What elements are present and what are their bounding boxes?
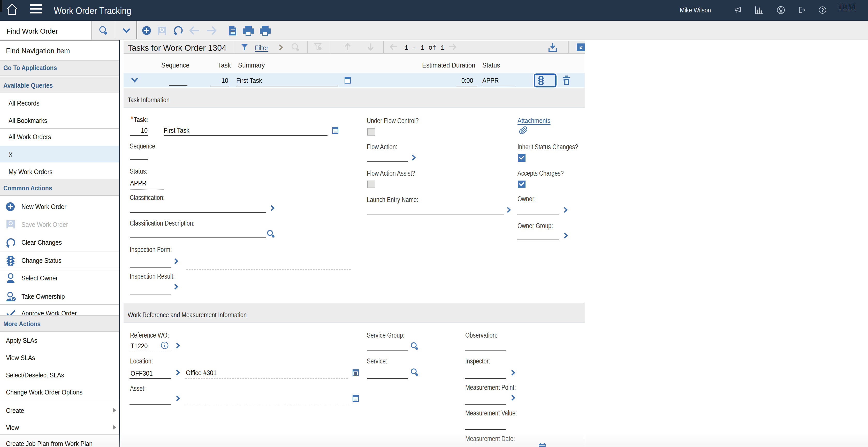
svg-text:?: ? [821,7,824,13]
